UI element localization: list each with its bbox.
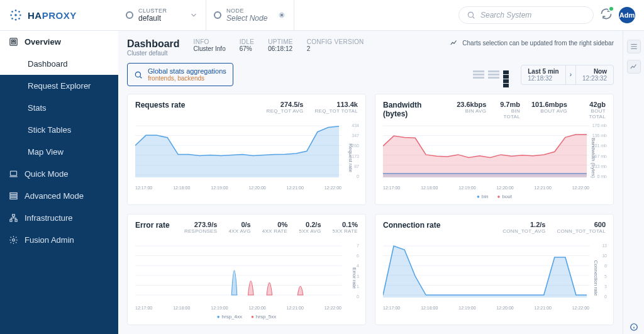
svg-point-6 — [19, 14, 21, 16]
sidebar-item-stats[interactable]: Stats — [0, 97, 118, 119]
list-icon — [630, 42, 638, 51]
info-icon — [630, 323, 638, 331]
aggregation-selector[interactable]: Global stats aggregations frontends, bac… — [127, 63, 233, 86]
card-connection-rate: Connection rate 1.2/sCONN_TOT_AVG 600CON… — [375, 214, 614, 325]
right-panel-list-button[interactable] — [627, 40, 641, 53]
svg-rect-12 — [11, 42, 15, 44]
svg-rect-17 — [13, 214, 15, 216]
chevron-down-icon — [189, 11, 198, 19]
logo-text-a: HA — [28, 10, 42, 21]
logo-text-b: PROXY — [42, 10, 77, 21]
avatar[interactable]: Adm — [619, 7, 635, 23]
stack-icon — [9, 191, 18, 201]
card-title: Bandwidth (bytes) — [383, 101, 444, 118]
sidebar-item-label: Request Explorer — [28, 81, 91, 91]
chart-requests-rate: 434347260173870 Request rate 12:17:0012:… — [135, 123, 358, 192]
sidebar-item-label: Overview — [25, 37, 61, 47]
card-title: Error rate — [135, 221, 170, 230]
svg-rect-10 — [11, 40, 13, 42]
view-list-a[interactable] — [473, 70, 484, 79]
view-grid[interactable] — [503, 70, 514, 79]
radio-icon — [214, 11, 221, 19]
cluster-selector[interactable]: CLUSTER default — [118, 0, 206, 30]
chart-icon — [450, 38, 458, 47]
svg-point-23 — [135, 72, 140, 77]
svg-point-8 — [15, 19, 17, 21]
svg-rect-11 — [14, 40, 16, 42]
svg-point-2 — [18, 11, 20, 13]
svg-point-5 — [10, 14, 12, 16]
sidebar-item-label: Infrastructure — [25, 213, 73, 223]
svg-point-1 — [11, 11, 13, 13]
cluster-value: default — [138, 14, 167, 23]
charts-note: Charts selection can be updated from the… — [450, 38, 614, 47]
sparkline-icon — [630, 62, 638, 71]
chevron-right-icon: › — [565, 65, 576, 84]
card-title: Connection rate — [383, 221, 440, 230]
card-bandwidth: Bandwidth (bytes) 23.6kbpsBIN AVG 9.7mbB… — [375, 94, 614, 205]
sidebar-item-dashboard[interactable]: Dashboard — [0, 53, 118, 75]
card-error-rate: Error rate 273.9/sRESPONSES 0/s4XX AVG 0… — [127, 214, 366, 325]
svg-point-7 — [15, 9, 17, 11]
close-icon[interactable] — [277, 11, 286, 19]
sidebar-item-overview[interactable]: Overview — [0, 31, 118, 53]
sidebar-item-label: Stick Tables — [28, 125, 71, 135]
search-input[interactable]: Search System — [458, 6, 594, 24]
chart-bandwidth: 170 mb136 mb101 mb67 mb33 mb0 mb Bandwid… — [383, 123, 606, 192]
laptop-icon — [9, 169, 18, 179]
page-title: Dashboard — [127, 38, 180, 50]
svg-point-20 — [13, 239, 15, 242]
node-value: Select Node — [226, 14, 267, 23]
right-panel-chart-button[interactable] — [627, 60, 641, 74]
cluster-label: CLUSTER — [138, 8, 167, 14]
overview-icon — [9, 37, 18, 47]
chart-error-rate: 764310 Error rate 12:17:0012:18:0012:19:… — [135, 243, 358, 313]
info-button[interactable] — [627, 320, 641, 334]
sidebar-item-label: Stats — [28, 103, 47, 113]
svg-point-22 — [468, 12, 473, 17]
tree-icon — [9, 213, 18, 223]
radio-icon — [126, 11, 133, 19]
search-placeholder: Search System — [480, 11, 531, 19]
sidebar-item-advanced-mode[interactable]: Advanced Mode — [0, 185, 118, 207]
svg-rect-19 — [15, 220, 17, 221]
sidebar-item-label: Fusion Admin — [25, 235, 74, 245]
node-selector[interactable]: NODE Select Node — [206, 0, 294, 30]
sidebar-item-label: Map View — [28, 147, 64, 157]
search-icon — [134, 70, 143, 79]
logo-icon — [9, 8, 23, 22]
svg-point-0 — [14, 14, 17, 16]
svg-point-4 — [18, 18, 20, 19]
chart-connection-rate: 13108530 Connection rate 12:17:0012:18:0… — [383, 243, 606, 313]
page-subtitle: Cluster default — [127, 50, 180, 57]
svg-point-3 — [11, 18, 13, 19]
sidebar-item-infrastructure[interactable]: Infrastructure — [0, 207, 118, 229]
sidebar-item-label: Advanced Mode — [25, 191, 84, 201]
sidebar-item-label: Dashboard — [28, 59, 68, 69]
view-toggle-group — [473, 70, 514, 79]
svg-rect-18 — [10, 220, 12, 221]
sidebar-item-fusion-admin[interactable]: Fusion Admin — [0, 229, 118, 251]
status-ok-icon — [608, 6, 614, 12]
card-requests-rate: Requests rate 274.5/sREQ_TOT AVG 113.4kR… — [127, 94, 366, 205]
svg-rect-13 — [11, 171, 17, 175]
gear-icon — [9, 235, 18, 245]
search-icon — [467, 11, 475, 19]
svg-rect-15 — [10, 195, 17, 197]
logo[interactable]: HA PROXY — [0, 0, 118, 31]
svg-rect-14 — [10, 193, 17, 195]
time-range-selector[interactable]: Last 5 min12:18:32 › Now12:23:32 — [521, 65, 614, 85]
sidebar-item-stick-tables[interactable]: Stick Tables — [0, 119, 118, 141]
card-title: Requests rate — [135, 101, 185, 109]
view-list-b[interactable] — [488, 70, 499, 79]
refresh-button[interactable] — [600, 8, 613, 23]
svg-rect-16 — [10, 198, 17, 199]
sidebar-item-quick-mode[interactable]: Quick Mode — [0, 163, 118, 185]
sidebar-item-label: Quick Mode — [25, 169, 68, 179]
sidebar-item-request-explorer[interactable]: Request Explorer — [0, 75, 118, 97]
node-label: NODE — [226, 8, 267, 14]
sidebar-item-map-view[interactable]: Map View — [0, 141, 118, 163]
